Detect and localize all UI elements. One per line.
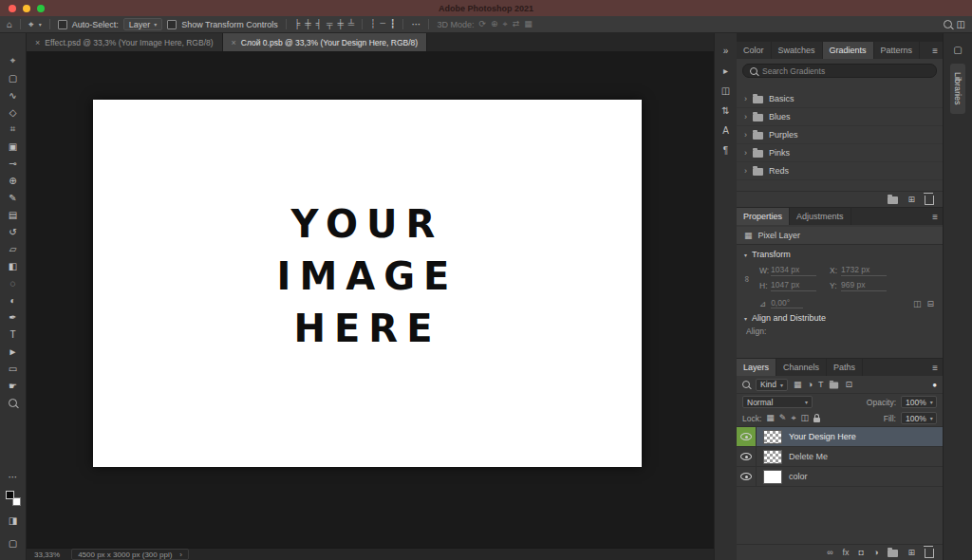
workspace-switcher-icon[interactable]: ◫	[957, 20, 965, 29]
expand-chevron-icon[interactable]: ›	[744, 148, 747, 158]
close-tab-icon[interactable]: ×	[35, 38, 40, 47]
lock-transparency-icon[interactable]: ▦	[766, 414, 775, 422]
tool-healing-brush[interactable]: ⊕	[0, 172, 26, 189]
filter-smart-object-icon[interactable]: ⊡	[845, 381, 852, 389]
gradient-folder-blues[interactable]: › Blues	[737, 108, 943, 126]
clone-source-panel-icon[interactable]: ⇅	[721, 106, 729, 116]
layer-visibility-cell[interactable]	[737, 427, 757, 446]
lock-paint-icon[interactable]: ✎	[779, 414, 787, 422]
tool-path-selection[interactable]: ►	[0, 343, 26, 360]
tool-gradient[interactable]: ◧	[0, 257, 26, 274]
screen-mode-icon[interactable]: ▢	[6, 534, 21, 551]
delete-layer-icon[interactable]	[925, 549, 934, 558]
layer-mask-icon[interactable]: ◘	[859, 549, 864, 557]
lock-artboard-icon[interactable]: ◫	[800, 414, 809, 422]
actions-panel-icon[interactable]: ▸	[723, 66, 728, 76]
tool-frame[interactable]: ▣	[0, 138, 26, 155]
tool-move[interactable]: ⌖	[0, 52, 26, 69]
tool-clone-stamp[interactable]: ▤	[0, 206, 26, 223]
tab-adjustments[interactable]: Adjustments	[790, 208, 851, 225]
tool-hand[interactable]: ☛	[0, 377, 26, 394]
layer-thumbnail[interactable]	[763, 450, 782, 464]
layer-thumbnail[interactable]	[763, 470, 782, 484]
panel-menu-icon[interactable]: ≡	[932, 208, 938, 225]
align-top-icon[interactable]: ╤	[327, 20, 332, 28]
zoom-level[interactable]: 33,33%	[34, 551, 60, 559]
tab-layers[interactable]: Layers	[737, 359, 776, 376]
tab-color[interactable]: Color	[737, 42, 772, 59]
tool-crop[interactable]: ⌗	[0, 121, 26, 138]
lock-all-icon[interactable]	[813, 418, 820, 422]
tool-zoom[interactable]	[0, 394, 26, 411]
tool-eraser[interactable]: ▱	[0, 240, 26, 257]
distribute-spacing-icon[interactable]: ┇	[390, 20, 395, 28]
height-field[interactable]: 1047 px	[771, 280, 816, 291]
tool-history-brush[interactable]: ↺	[0, 223, 26, 240]
align-left-icon[interactable]: ╞	[294, 20, 300, 28]
auto-select-target-dropdown[interactable]: Layer ▾	[123, 18, 163, 30]
distribute-horizontal-icon[interactable]: ┄	[381, 20, 385, 28]
tool-preset-chevron-icon[interactable]: ▾	[39, 21, 42, 28]
fill-dropdown[interactable]: 100% ▾	[901, 412, 937, 424]
auto-select-checkbox[interactable]	[58, 20, 67, 29]
brush-settings-panel-icon[interactable]: ◫	[721, 86, 730, 96]
panel-menu-icon[interactable]: ≡	[932, 359, 938, 376]
filter-pixel-icon[interactable]: ▦	[794, 381, 802, 389]
panel-menu-icon[interactable]: ≡	[932, 42, 938, 59]
tool-eyedropper[interactable]: ⊸	[0, 155, 26, 172]
layer-style-icon[interactable]: fx	[843, 549, 850, 557]
gradients-search-input[interactable]: Search Gradients	[742, 64, 937, 78]
document-info-field[interactable]: 4500 px x 3000 px (300 ppi) ›	[71, 549, 189, 560]
move-tool-icon[interactable]: ⌖	[28, 20, 34, 29]
layer-row-delete-me[interactable]: Delete Me	[737, 447, 943, 467]
layer-row-your-design-here[interactable]: Your Design Here	[737, 427, 943, 447]
tool-shape[interactable]: ▭	[0, 360, 26, 377]
expand-chevron-icon[interactable]: ›	[744, 94, 747, 103]
collapse-panels-icon[interactable]: »	[723, 47, 729, 56]
lock-position-icon[interactable]: ⌖	[791, 414, 795, 422]
tool-lasso[interactable]: ∿	[0, 86, 26, 103]
color-swatches[interactable]	[6, 491, 21, 506]
angle-field[interactable]: 0,00°	[771, 298, 803, 308]
layer-name[interactable]: Delete Me	[789, 452, 828, 461]
search-icon[interactable]	[944, 20, 952, 28]
tool-rectangular-marquee[interactable]: ▢	[0, 69, 26, 86]
tool-quick-selection[interactable]: ◇	[0, 103, 26, 121]
toolbar-more-icon[interactable]: ⋯	[6, 468, 21, 485]
tab-paths[interactable]: Paths	[827, 359, 863, 376]
layer-visibility-cell[interactable]	[737, 467, 757, 486]
filter-adjustment-icon[interactable]: ◑	[808, 381, 813, 389]
tab-swatches[interactable]: Swatches	[772, 42, 823, 59]
quick-mask-icon[interactable]: ◨	[6, 512, 21, 529]
blend-mode-dropdown[interactable]: Normal ▾	[742, 396, 813, 408]
show-transform-checkbox[interactable]	[167, 20, 177, 29]
document-tab-effect[interactable]: × Effect.psd @ 33,3% (Your Image Here, R…	[27, 33, 223, 51]
distribute-vertical-icon[interactable]: ┆	[370, 20, 375, 28]
document-tab-sloy0[interactable]: × Слой 0.psb @ 33,3% (Your Design Here, …	[223, 33, 428, 51]
opacity-dropdown[interactable]: 100% ▾	[901, 396, 937, 408]
close-tab-icon[interactable]: ×	[232, 38, 236, 47]
gradient-folder-reds[interactable]: › Reds	[737, 162, 943, 180]
link-layers-icon[interactable]: ∞	[827, 549, 832, 557]
x-field[interactable]: 1732 px	[841, 265, 887, 276]
tab-channels[interactable]: Channels	[776, 359, 827, 376]
layer-name[interactable]: color	[789, 472, 808, 481]
align-center-h-icon[interactable]: ╪	[305, 20, 310, 28]
home-icon[interactable]: ⌂	[7, 20, 12, 29]
new-group-icon[interactable]	[888, 550, 898, 557]
tool-blur[interactable]: ◌	[0, 274, 26, 291]
tab-patterns[interactable]: Patterns	[874, 42, 921, 59]
tab-properties[interactable]: Properties	[737, 208, 790, 225]
delete-icon[interactable]	[925, 196, 934, 205]
libraries-tab[interactable]: Libraries	[950, 64, 965, 114]
new-layer-icon[interactable]: ⊞	[907, 549, 915, 557]
status-chevron-icon[interactable]: ›	[179, 551, 182, 559]
filter-kind-dropdown[interactable]: Kind ▾	[756, 379, 788, 391]
align-bottom-icon[interactable]: ╧	[348, 20, 354, 28]
new-group-icon[interactable]	[888, 196, 898, 204]
expand-chevron-icon[interactable]: ›	[744, 112, 747, 121]
tool-brush[interactable]: ✎	[0, 189, 26, 206]
y-field[interactable]: 969 px	[841, 280, 887, 291]
flip-vertical-icon[interactable]: ⊟	[926, 299, 934, 308]
expand-chevron-icon[interactable]: ›	[744, 130, 747, 140]
